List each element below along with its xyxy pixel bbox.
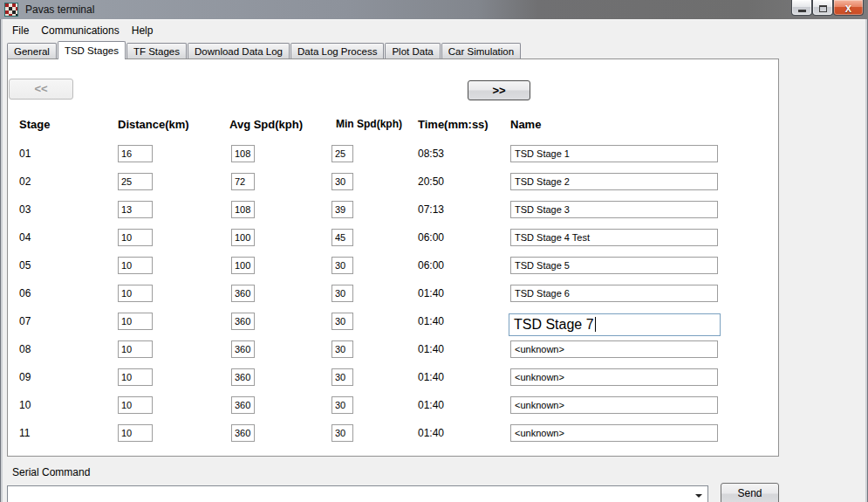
tab[interactable]: TSD Stages <box>58 41 126 59</box>
stage-time: 08:53 <box>418 148 444 160</box>
serial-command-label: Serial Command <box>12 466 90 478</box>
window-frame-left-inner <box>1 17 3 502</box>
avg-speed-input[interactable] <box>231 396 255 414</box>
serial-command-input[interactable] <box>8 486 688 502</box>
header-min-speed: Min Spd(kph) <box>336 118 402 130</box>
header-stage: Stage <box>19 118 50 131</box>
min-speed-input[interactable] <box>331 396 353 414</box>
next-page-button[interactable]: >> <box>468 80 530 100</box>
stage-name-input[interactable]: <unknown> <box>510 340 718 358</box>
stage-time: 01:40 <box>418 343 444 355</box>
menu-item[interactable]: File <box>6 22 35 39</box>
tab[interactable]: Plot Data <box>385 43 440 58</box>
stage-time: 01:40 <box>418 287 444 299</box>
avg-speed-input[interactable] <box>231 368 255 386</box>
distance-input[interactable] <box>118 368 153 386</box>
menu-item[interactable]: Help <box>126 22 160 39</box>
minimize-icon <box>798 10 806 12</box>
window-frame-right-inner <box>865 17 867 502</box>
avg-speed-input[interactable] <box>231 145 255 162</box>
min-speed-input[interactable] <box>331 424 353 442</box>
min-speed-input[interactable] <box>331 173 353 190</box>
distance-input[interactable] <box>118 285 153 302</box>
stage-name-input[interactable]: TSD Stage 1 <box>510 145 718 162</box>
maximize-button[interactable] <box>812 0 833 16</box>
distance-input[interactable] <box>118 313 153 330</box>
stage-time: 01:40 <box>418 315 444 327</box>
distance-input[interactable] <box>118 340 153 358</box>
distance-input[interactable] <box>118 145 153 162</box>
min-speed-input[interactable] <box>331 145 353 162</box>
dropdown-arrow-icon[interactable] <box>695 494 702 498</box>
avg-speed-input[interactable] <box>231 257 255 274</box>
stage-number: 03 <box>19 203 31 216</box>
stage-number: 07 <box>19 315 31 327</box>
stage-number: 08 <box>19 343 31 355</box>
avg-speed-input[interactable] <box>231 229 255 246</box>
stage-row: 05 06:00 TSD Stage 5 <box>0 257 868 285</box>
stage-row: 11 01:40 <unknown> <box>0 424 868 452</box>
distance-input[interactable] <box>118 201 153 218</box>
distance-input[interactable] <box>118 173 153 190</box>
distance-input[interactable] <box>118 396 153 414</box>
stage-row: 06 01:40 TSD Stage 6 <box>0 285 868 313</box>
send-button[interactable]: Send <box>721 483 779 502</box>
min-speed-input[interactable] <box>331 257 353 274</box>
stage-time: 06:00 <box>418 259 444 272</box>
min-speed-input[interactable] <box>331 340 353 358</box>
stage-name-input[interactable]: TSD Stage 6 <box>510 285 718 302</box>
app-checkered-flag-icon <box>4 3 18 17</box>
tab[interactable]: Download Data Log <box>188 43 290 58</box>
titlebar[interactable]: Pavas terminal X <box>0 0 868 19</box>
menu-item[interactable]: Communications <box>35 22 125 39</box>
min-speed-input[interactable] <box>331 285 353 302</box>
header-name: Name <box>510 118 541 131</box>
serial-command-combobox[interactable] <box>7 485 708 502</box>
distance-input[interactable] <box>118 229 153 246</box>
tab[interactable]: Car Simulation <box>441 43 521 58</box>
stage-time: 20:50 <box>418 175 444 188</box>
min-speed-input[interactable] <box>331 368 353 386</box>
stage-name-input[interactable]: TSD Stage 4 Test <box>510 229 718 246</box>
stage-name-input[interactable]: <unknown> <box>510 368 718 386</box>
tab[interactable]: Data Log Process <box>290 43 384 58</box>
close-button[interactable]: X <box>833 0 864 16</box>
distance-input[interactable] <box>118 424 153 442</box>
stage-row: 10 01:40 <unknown> <box>0 396 868 424</box>
pavas-terminal-window: { "window": { "title": "Pavas terminal",… <box>0 0 868 502</box>
stage-row: 04 06:00 TSD Stage 4 Test <box>0 229 868 257</box>
avg-speed-input[interactable] <box>231 424 255 442</box>
minimize-button[interactable] <box>791 0 812 16</box>
tab[interactable]: General <box>7 43 57 58</box>
avg-speed-input[interactable] <box>231 285 255 302</box>
header-distance: Distance(km) <box>118 118 189 131</box>
stage-time: 07:13 <box>418 203 444 216</box>
avg-speed-input[interactable] <box>231 340 255 358</box>
stage-name-input[interactable]: TSD Stage 3 <box>510 201 718 218</box>
stage-number: 09 <box>19 371 31 383</box>
distance-input[interactable] <box>118 257 153 274</box>
avg-speed-input[interactable] <box>231 201 255 218</box>
stage-row: 02 20:50 TSD Stage 2 <box>0 173 868 201</box>
min-speed-input[interactable] <box>331 229 353 246</box>
min-speed-input[interactable] <box>331 313 353 330</box>
stage-time: 01:40 <box>418 371 444 383</box>
stage-name-input[interactable]: TSD Stage 5 <box>510 257 718 274</box>
stage-name-input[interactable]: TSD Stage 2 <box>510 173 718 190</box>
header-time: Time(mm:ss) <box>418 118 489 131</box>
stage-name-input[interactable]: <unknown> <box>510 396 718 414</box>
avg-speed-input[interactable] <box>231 313 255 330</box>
avg-speed-input[interactable] <box>231 173 255 190</box>
min-speed-input[interactable] <box>331 201 353 218</box>
stage-name-input[interactable]: TSD Stage 7 <box>509 313 721 336</box>
stage-row: 07 01:40 TSD Stage 7 <box>0 313 868 340</box>
stage-number: 01 <box>19 148 31 160</box>
stage-number: 05 <box>19 259 31 272</box>
stage-number: 06 <box>19 287 31 299</box>
window-title: Pavas terminal <box>25 0 94 19</box>
stage-row: 03 07:13 TSD Stage 3 <box>0 201 868 229</box>
stage-name-input[interactable]: <unknown> <box>510 424 718 442</box>
tab[interactable]: TF Stages <box>126 43 187 58</box>
close-icon: X <box>845 3 851 14</box>
previous-page-button[interactable]: << <box>9 79 73 100</box>
